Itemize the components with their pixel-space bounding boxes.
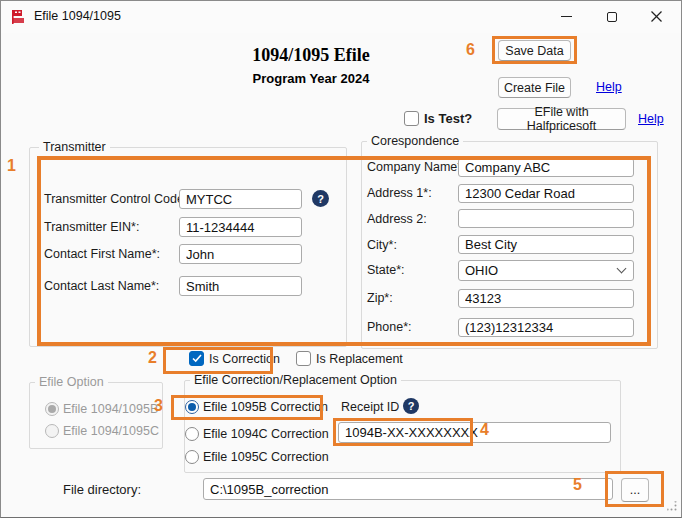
transmitter-control-code-label: Transmitter Control Code*: bbox=[44, 192, 192, 206]
close-icon bbox=[651, 11, 662, 22]
is-correction-label: Is Correction bbox=[209, 352, 280, 366]
maximize-button[interactable] bbox=[589, 1, 634, 32]
state-select[interactable]: OHIO bbox=[458, 260, 634, 281]
efile-1095b-correction-label: Efile 1095B Correction bbox=[203, 400, 328, 414]
efile-1094-1095c-radio bbox=[45, 424, 59, 438]
state-select-value: OHIO bbox=[465, 263, 498, 278]
city-input[interactable] bbox=[458, 235, 634, 254]
phone-input[interactable] bbox=[458, 318, 634, 337]
efile-1094-1095b-label: Efile 1094/1095B bbox=[63, 402, 158, 416]
maximize-icon bbox=[607, 12, 617, 22]
transmitter-ein-input[interactable] bbox=[179, 217, 302, 237]
annotation-number-1: 1 bbox=[7, 157, 16, 175]
efile-halfpricesoft-button[interactable]: EFile with Halfpricesoft bbox=[497, 108, 626, 130]
help-link-create[interactable]: Help bbox=[596, 80, 622, 94]
zip-input[interactable] bbox=[458, 289, 634, 308]
save-data-button[interactable]: Save Data bbox=[498, 40, 571, 61]
is-test-checkbox[interactable] bbox=[404, 111, 419, 126]
title-bar: Efile 1094/1095 bbox=[1, 1, 681, 33]
file-directory-input[interactable] bbox=[203, 478, 613, 500]
efile-window: Efile 1094/1095 1094/1095 Efile Program … bbox=[0, 0, 682, 518]
is-replacement-checkbox[interactable] bbox=[296, 351, 311, 366]
page-title: 1094/1095 Efile bbox=[201, 45, 421, 66]
program-year-subtitle: Program Year 2024 bbox=[201, 71, 421, 86]
address2-input[interactable] bbox=[458, 209, 634, 228]
transmitter-ein-label: Transmitter EIN*: bbox=[44, 220, 139, 234]
company-name-input[interactable] bbox=[458, 158, 634, 177]
chevron-down-icon bbox=[617, 264, 627, 274]
create-file-button[interactable]: Create File bbox=[498, 77, 571, 98]
correction-option-legend: Efile Correction/Replacement Option bbox=[190, 373, 401, 387]
file-directory-label: File directory: bbox=[63, 482, 141, 497]
contact-first-name-input[interactable] bbox=[179, 244, 302, 264]
minimize-icon bbox=[561, 16, 572, 17]
phone-label: Phone*: bbox=[367, 320, 411, 334]
is-replacement-label: Is Replacement bbox=[316, 352, 403, 366]
minimize-button[interactable] bbox=[544, 1, 589, 32]
address1-label: Address 1*: bbox=[367, 186, 432, 200]
efile-1094-1095b-radio bbox=[45, 402, 59, 416]
is-correction-checkbox[interactable] bbox=[189, 351, 204, 366]
correspondence-legend: Corespondence bbox=[367, 134, 463, 148]
transmitter-legend: Transmitter bbox=[39, 140, 110, 154]
browse-button[interactable]: ... bbox=[621, 478, 649, 502]
resize-grip[interactable] bbox=[667, 500, 677, 514]
annotation-number-2: 2 bbox=[148, 349, 157, 367]
efile-1094-1095c-label: Efile 1094/1095C bbox=[63, 424, 159, 438]
transmitter-control-code-input[interactable] bbox=[179, 189, 302, 209]
efile-option-legend: Efile Option bbox=[35, 375, 108, 389]
contact-first-name-label: Contact First Name*: bbox=[44, 247, 160, 261]
efile-1095c-correction-label: Efile 1095C Correction bbox=[203, 450, 329, 464]
close-button[interactable] bbox=[634, 1, 679, 32]
check-icon bbox=[192, 354, 202, 363]
tcc-help-icon[interactable]: ? bbox=[312, 190, 329, 207]
receipt-id-label: Receipt ID bbox=[341, 400, 399, 414]
efile-1094c-correction-label: Efile 1094C Correction bbox=[203, 427, 329, 441]
state-label: State*: bbox=[367, 263, 405, 277]
contact-last-name-label: Contact Last Name*: bbox=[44, 279, 159, 293]
efile-1094c-correction-radio[interactable] bbox=[185, 427, 199, 441]
company-name-label: Company Name*: bbox=[367, 160, 466, 174]
window-title: Efile 1094/1095 bbox=[34, 9, 121, 23]
zip-label: Zip*: bbox=[367, 291, 393, 305]
annotation-number-6: 6 bbox=[466, 41, 475, 59]
app-flag-icon bbox=[11, 9, 27, 25]
help-link-efile[interactable]: Help bbox=[638, 112, 664, 126]
efile-1095c-correction-radio[interactable] bbox=[185, 450, 199, 464]
contact-last-name-input[interactable] bbox=[179, 276, 302, 296]
address1-input[interactable] bbox=[458, 184, 634, 203]
receipt-id-input[interactable] bbox=[338, 422, 611, 443]
address2-label: Address 2: bbox=[367, 212, 427, 226]
is-test-label: Is Test? bbox=[424, 111, 472, 126]
receipt-id-help-icon[interactable]: ? bbox=[403, 398, 419, 414]
city-label: City*: bbox=[367, 238, 397, 252]
efile-1095b-correction-radio[interactable] bbox=[185, 400, 199, 414]
